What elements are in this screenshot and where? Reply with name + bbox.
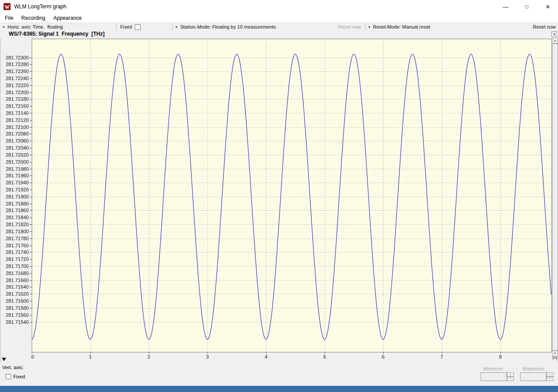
svg-text:7: 7 bbox=[440, 354, 443, 359]
svg-text:281.71780: 281.71780 bbox=[6, 236, 29, 241]
chart-title: WS/7-8365: Signal 1 Frequency [THz] bbox=[9, 31, 104, 37]
vertical-scrollbar[interactable]: ▲ ▼ bbox=[552, 38, 558, 356]
axis-options-arrow-icon[interactable] bbox=[2, 358, 6, 361]
svg-text:281.71600: 281.71600 bbox=[6, 298, 29, 304]
svg-text:281.72100: 281.72100 bbox=[6, 125, 29, 130]
close-button[interactable]: ✕ bbox=[538, 0, 558, 13]
svg-text:281.71920: 281.71920 bbox=[6, 187, 29, 192]
svg-text:281.72000: 281.72000 bbox=[6, 159, 29, 165]
window-title: WLM LongTerm graph bbox=[14, 0, 67, 13]
minimum-spin-down-icon[interactable]: ▼ bbox=[507, 377, 514, 381]
statistic-mode-dropdown[interactable]: ▼ Statisic-Mode: Floating by 10 measurem… bbox=[173, 23, 366, 30]
pane-close-icon[interactable]: x bbox=[551, 31, 557, 37]
svg-text:281.71980: 281.71980 bbox=[6, 166, 29, 172]
svg-text:281.72080: 281.72080 bbox=[6, 131, 29, 136]
horiz-fixed-checkbox[interactable] bbox=[135, 24, 140, 30]
svg-text:281.71560: 281.71560 bbox=[6, 312, 29, 318]
svg-text:281.72240: 281.72240 bbox=[6, 76, 29, 81]
minimum-spinner: ▲ ▼ bbox=[507, 372, 514, 381]
svg-text:8: 8 bbox=[499, 354, 502, 359]
svg-text:281.72060: 281.72060 bbox=[6, 138, 29, 143]
svg-text:3: 3 bbox=[206, 354, 209, 359]
reset-now-button[interactable]: Reset now bbox=[533, 24, 556, 29]
svg-text:281.71880: 281.71880 bbox=[6, 201, 29, 206]
wlm-longterm-window: { "window": { "title": "WLM LongTerm gra… bbox=[0, 0, 558, 392]
svg-text:281.72200: 281.72200 bbox=[6, 90, 29, 95]
svg-text:281.72160: 281.72160 bbox=[6, 103, 29, 109]
svg-text:281.71660: 281.71660 bbox=[6, 278, 29, 283]
status-strip bbox=[0, 386, 558, 392]
svg-text:281.72220: 281.72220 bbox=[6, 83, 29, 88]
minimum-input[interactable] bbox=[480, 372, 507, 381]
minimize-button[interactable]: — bbox=[495, 0, 516, 13]
menubar: File Recording Appearance bbox=[0, 13, 558, 23]
maximum-label: Maximum bbox=[523, 366, 544, 371]
svg-text:281.71840: 281.71840 bbox=[6, 215, 29, 220]
reset-mode-label: Reset-Mode: Manual reset bbox=[373, 24, 430, 29]
maximum-input[interactable] bbox=[520, 372, 547, 381]
svg-text:281.71640: 281.71640 bbox=[6, 284, 29, 289]
svg-text:281.71580: 281.71580 bbox=[6, 305, 29, 311]
dropdown-arrow-icon: ▼ bbox=[175, 26, 178, 29]
svg-text:4: 4 bbox=[265, 354, 267, 359]
vert-fixed-label: Fixed bbox=[13, 374, 25, 379]
svg-text:281.72040: 281.72040 bbox=[6, 145, 29, 150]
vert-fixed-checkbox[interactable] bbox=[6, 374, 11, 379]
horiz-fixed-section: Fixed bbox=[117, 23, 173, 30]
reset-mode-dropdown[interactable]: ▼ Reset-Mode: Manual reset Reset now bbox=[366, 23, 558, 30]
horiz-axis-label: Horiz. axis: Time, floating bbox=[7, 24, 63, 29]
vert-fixed-row: Fixed bbox=[6, 374, 25, 379]
scroll-down-icon[interactable]: ▼ bbox=[552, 351, 558, 356]
svg-text:281.72180: 281.72180 bbox=[6, 96, 29, 102]
maximum-spin-down-icon[interactable]: ▼ bbox=[547, 377, 554, 381]
dropdown-arrow-icon: ▼ bbox=[368, 26, 371, 29]
toolbar: ▼ Horiz. axis: Time, floating Fixed ▼ St… bbox=[0, 23, 558, 30]
svg-text:281.71740: 281.71740 bbox=[6, 249, 29, 255]
svg-text:281.71720: 281.71720 bbox=[6, 256, 29, 262]
scrollbar-thumb[interactable] bbox=[552, 44, 558, 351]
menu-appearance[interactable]: Appearance bbox=[49, 15, 86, 21]
svg-text:281.71540: 281.71540 bbox=[6, 319, 29, 325]
svg-text:281.71700: 281.71700 bbox=[6, 264, 29, 269]
longterm-plot[interactable]: 281.72300281.72280281.72260281.72240281.… bbox=[0, 38, 558, 363]
scroll-up-icon[interactable]: ▲ bbox=[552, 38, 558, 44]
svg-text:281.71760: 281.71760 bbox=[6, 243, 29, 248]
minimum-label: Minimum bbox=[483, 366, 503, 371]
svg-text:281.71860: 281.71860 bbox=[6, 208, 29, 213]
dropdown-arrow-icon: ▼ bbox=[2, 26, 5, 29]
svg-text:281.72260: 281.72260 bbox=[6, 69, 29, 74]
statistic-mode-label: Statisic-Mode: Floating by 10 measuremen… bbox=[180, 24, 276, 29]
chart-title-row: WS/7-8365: Signal 1 Frequency [THz] x bbox=[0, 30, 558, 38]
svg-text:281.71940: 281.71940 bbox=[6, 180, 29, 185]
svg-text:2: 2 bbox=[148, 354, 150, 359]
svg-text:281.72020: 281.72020 bbox=[6, 152, 29, 158]
chart-region: 281.72300281.72280281.72260281.72240281.… bbox=[0, 38, 558, 363]
minimum-spin-up-icon[interactable]: ▲ bbox=[507, 372, 514, 377]
menu-recording[interactable]: Recording bbox=[17, 15, 49, 21]
svg-text:0: 0 bbox=[31, 354, 34, 359]
titlebar: WLM LongTerm graph — □ ✕ bbox=[0, 0, 558, 13]
svg-text:281.71620: 281.71620 bbox=[6, 291, 29, 297]
svg-text:281.71960: 281.71960 bbox=[6, 173, 29, 178]
vert-axis-label: Vert. axis: bbox=[2, 365, 23, 370]
svg-text:281.72120: 281.72120 bbox=[6, 117, 29, 123]
svg-text:281.72280: 281.72280 bbox=[6, 62, 29, 67]
horiz-fixed-label: Fixed bbox=[120, 24, 132, 29]
minimum-field-group: ▲ ▼ bbox=[480, 372, 514, 381]
svg-text:5: 5 bbox=[323, 354, 326, 359]
svg-text:6: 6 bbox=[382, 354, 384, 359]
svg-text:281.72300: 281.72300 bbox=[6, 55, 29, 60]
vert-axis-panel: Vert. axis: Fixed Minimum ▲ ▼ Maximum ▲ … bbox=[0, 363, 558, 386]
svg-text:281.71900: 281.71900 bbox=[6, 194, 29, 199]
maximum-spin-up-icon[interactable]: ▲ bbox=[547, 372, 554, 377]
statistic-reset-now-button[interactable]: Reset now bbox=[338, 24, 361, 29]
svg-text:281.71820: 281.71820 bbox=[6, 222, 29, 227]
svg-text:281.71800: 281.71800 bbox=[6, 229, 29, 234]
maximum-spinner: ▲ ▼ bbox=[547, 372, 554, 381]
svg-text:1: 1 bbox=[89, 354, 92, 359]
maximize-button[interactable]: □ bbox=[517, 0, 537, 13]
app-logo-icon bbox=[4, 3, 11, 10]
horiz-axis-dropdown[interactable]: ▼ Horiz. axis: Time, floating bbox=[0, 23, 117, 30]
svg-text:281.72140: 281.72140 bbox=[6, 110, 29, 116]
menu-file[interactable]: File bbox=[1, 15, 17, 21]
